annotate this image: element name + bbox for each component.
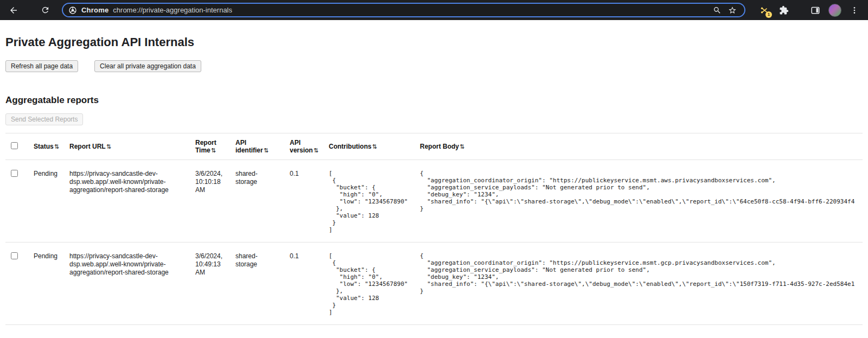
- report-time-cell: 3/6/2024, 10:49:13 AM: [190, 243, 230, 325]
- sort-icon: ⇅: [211, 147, 216, 154]
- reload-icon: [41, 5, 50, 15]
- magnifier-icon: [713, 6, 722, 15]
- header-contributions[interactable]: Contributions⇅: [323, 133, 414, 160]
- sort-icon: ⇅: [314, 147, 318, 154]
- row-select-cell: [5, 160, 28, 243]
- reports-table: Status⇅ Report URL⇅ Report Time⇅ API ide…: [5, 133, 863, 325]
- report-body-cell: { "aggregation_coordinator_origin": "htt…: [414, 160, 863, 243]
- header-report-url[interactable]: Report URL⇅: [64, 133, 190, 160]
- api-version-cell: 0.1: [284, 243, 323, 325]
- clear-all-button[interactable]: Clear all private aggregation data: [94, 60, 201, 72]
- table-row: Pending https://privacy-sandcastle-dev-d…: [5, 243, 863, 325]
- header-report-time[interactable]: Report Time⇅: [190, 133, 230, 160]
- report-time-cell: 3/6/2024, 10:10:18 AM: [190, 160, 230, 243]
- api-version-cell: 0.1: [284, 160, 323, 243]
- back-arrow-icon: [9, 5, 18, 15]
- star-icon: [728, 6, 737, 15]
- header-report-body[interactable]: Report Body⇅: [414, 133, 863, 160]
- table-header-row: Status⇅ Report URL⇅ Report Time⇅ API ide…: [5, 133, 863, 160]
- contributions-cell: [ { "bucket": { "high": "0", "low": "123…: [323, 243, 414, 325]
- page-title: Private Aggregation API Internals: [5, 35, 863, 49]
- header-status[interactable]: Status⇅: [28, 133, 64, 160]
- report-url-cell: https://privacy-sandcastle-dev-dsp.web.a…: [64, 160, 190, 243]
- back-button[interactable]: [5, 2, 22, 18]
- chrome-logo-icon: [68, 6, 77, 15]
- sort-icon: ⇅: [54, 143, 59, 150]
- sort-icon: ⇅: [264, 147, 269, 154]
- zoom-button[interactable]: [711, 4, 724, 17]
- address-bar[interactable]: Chrome chrome://private-aggregation-inte…: [62, 3, 745, 17]
- page-content: Private Aggregation API Internals Refres…: [0, 35, 868, 325]
- row-select-cell: [5, 243, 28, 325]
- status-cell: Pending: [28, 160, 64, 243]
- top-actions: Refresh all page data Clear all private …: [5, 60, 863, 72]
- browser-toolbar: Chrome chrome://private-aggregation-inte…: [0, 0, 868, 20]
- select-all-checkbox[interactable]: [11, 142, 18, 149]
- sort-icon: ⇅: [372, 143, 377, 150]
- extension-badged-button[interactable]: 1: [756, 2, 773, 18]
- side-panel-button[interactable]: [807, 2, 824, 18]
- extensions-button[interactable]: [776, 2, 792, 18]
- browser-menu-button[interactable]: [846, 2, 863, 18]
- status-cell: Pending: [28, 243, 64, 325]
- report-body-cell: { "aggregation_coordinator_origin": "htt…: [414, 243, 863, 325]
- kebab-menu-icon: [850, 6, 859, 15]
- side-panel-icon: [810, 5, 820, 15]
- refresh-all-button[interactable]: Refresh all page data: [5, 60, 78, 72]
- report-url-cell: https://privacy-sandcastle-dev-dsp.web.a…: [64, 243, 190, 325]
- row-checkbox[interactable]: [11, 252, 18, 259]
- extension-badge-count: 1: [765, 11, 772, 18]
- header-select-all: [5, 133, 28, 160]
- send-row: Send Selected Reports: [5, 113, 863, 125]
- sort-icon: ⇅: [459, 143, 464, 150]
- site-chip-label: Chrome: [81, 6, 108, 14]
- contributions-cell: [ { "bucket": { "high": "0", "low": "123…: [323, 160, 414, 243]
- api-identifier-cell: shared-storage: [230, 243, 284, 325]
- avatar: [828, 4, 841, 17]
- aggregatable-reports-heading: Aggregatable reports: [5, 95, 863, 106]
- reload-button[interactable]: [37, 2, 53, 18]
- table-row: Pending https://privacy-sandcastle-dev-d…: [5, 160, 863, 243]
- api-identifier-cell: shared-storage: [230, 160, 284, 243]
- bookmark-star-button[interactable]: [726, 4, 739, 17]
- sort-icon: ⇅: [106, 143, 111, 150]
- header-api-identifier[interactable]: API identifier⇅: [230, 133, 284, 160]
- profile-avatar-button[interactable]: [827, 2, 843, 18]
- header-api-version[interactable]: API version⇅: [284, 133, 323, 160]
- url-text: chrome://private-aggregation-internals: [113, 6, 232, 14]
- row-checkbox[interactable]: [11, 170, 18, 177]
- puzzle-icon: [779, 5, 789, 15]
- send-selected-reports-button[interactable]: Send Selected Reports: [5, 113, 83, 125]
